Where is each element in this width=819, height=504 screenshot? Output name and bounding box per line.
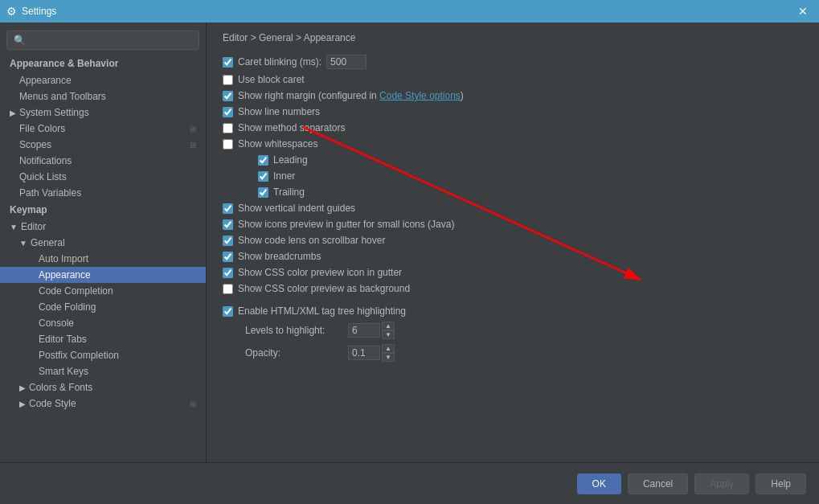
show-vertical-indent-label[interactable]: Show vertical indent guides [223,203,355,214]
show-code-lens-checkbox[interactable] [223,236,233,246]
levels-highlight-spinner: ▲ ▼ [348,322,395,339]
show-breadcrumbs-checkbox[interactable] [223,252,233,262]
enable-html-xml-row: Enable HTML/XML tag tree highlighting [223,305,803,317]
show-css-color-gutter-checkbox[interactable] [223,268,233,278]
show-line-numbers-text: Show line numbers [238,106,320,117]
show-whitespaces-label[interactable]: Show whitespaces [223,138,317,150]
trailing-label[interactable]: Trailing [258,186,305,198]
sidebar-label: Editor [21,221,46,232]
show-css-color-gutter-text: Show CSS color preview icon in gutter [238,267,402,278]
scopes-icon: ⊞ [190,141,196,150]
sidebar-item-notifications[interactable]: Notifications [0,153,206,169]
cancel-button[interactable]: Cancel [628,473,688,494]
sidebar-item-quick-lists[interactable]: Quick Lists [0,169,206,185]
main-content: Editor > General > Appearance Caret blin… [207,23,819,376]
apply-button[interactable]: Apply [694,473,749,494]
show-breadcrumbs-row: Show breadcrumbs [223,251,803,262]
show-icons-preview-checkbox[interactable] [223,219,233,230]
colors-fonts-arrow-icon: ▶ [19,383,26,392]
sidebar-item-auto-import[interactable]: Auto Import [0,251,206,267]
inner-row: Inner [223,170,803,182]
dialog-title: Settings [22,6,793,17]
search-input[interactable] [6,31,199,50]
show-icons-preview-row: Show icons preview in gutter for small i… [223,219,803,230]
show-vertical-indent-row: Show vertical indent guides [223,203,803,214]
use-block-caret-checkbox[interactable] [223,75,233,85]
leading-text: Leading [273,154,308,166]
sidebar-item-general[interactable]: ▼ General [0,235,206,251]
sidebar: Appearance & Behavior Appearance Menus a… [0,23,207,462]
show-method-separators-label[interactable]: Show method separators [223,122,345,133]
sidebar-item-system-settings[interactable]: ▶ System Settings [0,104,206,121]
sidebar-item-colors-fonts[interactable]: ▶ Colors & Fonts [0,379,206,395]
show-breadcrumbs-label[interactable]: Show breadcrumbs [223,251,321,262]
opacity-input[interactable] [348,346,380,360]
inner-text: Inner [273,170,295,182]
inner-checkbox[interactable] [258,171,268,182]
sidebar-item-editor[interactable]: ▼ Editor [0,219,206,235]
levels-down-btn[interactable]: ▼ [382,330,395,339]
ok-button[interactable]: OK [577,473,621,494]
general-arrow-icon: ▼ [19,239,27,248]
enable-html-xml-text: Enable HTML/XML tag tree highlighting [238,305,406,317]
close-button[interactable]: ✕ [793,3,813,19]
show-method-separators-text: Show method separators [238,122,345,133]
show-right-margin-text: Show right margin (configured in Code St… [238,90,464,101]
sidebar-item-editor-tabs[interactable]: Editor Tabs [0,331,206,347]
show-css-color-bg-checkbox[interactable] [223,284,233,294]
show-right-margin-label[interactable]: Show right margin (configured in Code St… [223,90,464,101]
code-style-arrow-icon: ▶ [19,400,26,408]
file-colors-icon: ⊞ [190,125,196,133]
code-style-link[interactable]: Code Style options [379,90,461,101]
sidebar-label: System Settings [19,107,89,118]
enable-html-xml-checkbox[interactable] [223,306,233,317]
use-block-caret-label[interactable]: Use block caret [223,74,305,85]
opacity-row: Opacity: ▲ ▼ [223,344,803,362]
show-right-margin-checkbox[interactable] [223,91,233,101]
sidebar-item-menus-toolbars[interactable]: Menus and Toolbars [0,88,206,104]
sidebar-item-scopes[interactable]: Scopes ⊞ [0,137,206,153]
opacity-spinner: ▲ ▼ [348,344,395,362]
sidebar-item-path-variables[interactable]: Path Variables [0,185,206,201]
caret-blinking-checkbox[interactable] [223,57,233,68]
opacity-down-btn[interactable]: ▼ [382,353,395,362]
show-icons-preview-label[interactable]: Show icons preview in gutter for small i… [223,219,454,230]
show-css-color-gutter-row: Show CSS color preview icon in gutter [223,267,803,278]
sidebar-item-appearance-selected[interactable]: Appearance [0,267,206,283]
inner-label[interactable]: Inner [258,170,295,182]
sidebar-item-file-colors[interactable]: File Colors ⊞ [0,121,206,137]
caret-blinking-checkbox-label[interactable]: Caret blinking (ms): [223,56,321,68]
levels-up-btn[interactable]: ▲ [382,322,395,330]
app-icon: ⚙ [6,5,17,18]
show-code-lens-label[interactable]: Show code lens on scrollbar hover [223,235,385,246]
enable-html-xml-label[interactable]: Enable HTML/XML tag tree highlighting [223,305,406,317]
bottom-bar: OK Cancel Apply Help [0,462,819,504]
sidebar-item-appearance[interactable]: Appearance [0,72,206,88]
opacity-up-btn[interactable]: ▲ [382,344,395,353]
show-line-numbers-checkbox[interactable] [223,107,233,117]
levels-highlight-input[interactable] [348,323,380,338]
opacity-spinner-btns: ▲ ▼ [382,344,395,362]
leading-label[interactable]: Leading [258,154,308,166]
leading-checkbox[interactable] [258,155,268,166]
sidebar-item-postfix-completion[interactable]: Postfix Completion [0,347,206,363]
show-css-color-bg-label[interactable]: Show CSS color preview as background [223,283,410,294]
sidebar-item-code-completion[interactable]: Code Completion [0,283,206,299]
caret-blinking-input[interactable] [326,55,367,69]
sidebar-item-code-style[interactable]: ▶ Code Style ⊞ [0,395,206,412]
sidebar-item-console[interactable]: Console [0,315,206,331]
show-whitespaces-checkbox[interactable] [223,139,233,150]
show-right-margin-row: Show right margin (configured in Code St… [223,90,803,101]
sidebar-item-smart-keys[interactable]: Smart Keys [0,363,206,379]
show-line-numbers-label[interactable]: Show line numbers [223,106,320,117]
sidebar-label: General [31,237,65,248]
sidebar-item-code-folding[interactable]: Code Folding [0,299,206,315]
show-method-separators-checkbox[interactable] [223,123,233,133]
show-vertical-indent-checkbox[interactable] [223,203,233,214]
editor-arrow-icon: ▼ [10,223,18,232]
trailing-checkbox[interactable] [258,187,268,198]
show-css-color-gutter-label[interactable]: Show CSS color preview icon in gutter [223,267,402,278]
use-block-caret-text: Use block caret [238,74,305,85]
trailing-row: Trailing [223,186,803,198]
help-button[interactable]: Help [756,473,806,494]
